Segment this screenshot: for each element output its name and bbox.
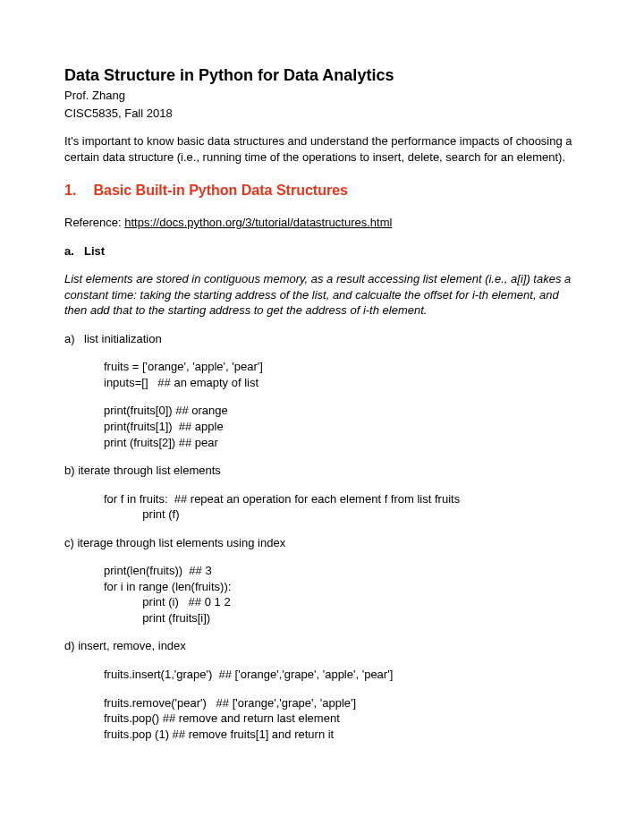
section-title: Basic Built-in Python Data Structures: [93, 183, 348, 198]
item-c-label: c) iterage through list elements using i…: [64, 535, 580, 551]
subsection-title: List: [84, 244, 105, 258]
item-a-title: list initialization: [84, 332, 162, 345]
section-heading: 1. Basic Built-in Python Data Structures: [64, 181, 580, 200]
item-a-label: a)list initialization: [64, 331, 580, 347]
document-title: Data Structure in Python for Data Analyt…: [64, 64, 580, 86]
reference-link[interactable]: https://docs.python.org/3/tutorial/datas…: [124, 216, 392, 229]
intro-paragraph: It's important to know basic data struct…: [64, 133, 580, 165]
course-line: CISC5835, Fall 2018: [64, 106, 580, 122]
item-d-label: d) insert, remove, index: [64, 638, 580, 654]
item-a-code2: print(fruits[0]) ## orange print(fruits[…: [64, 403, 580, 450]
reference-label: Reference:: [64, 216, 124, 229]
author-line: Prof. Zhang: [64, 88, 580, 104]
subsection-letter: a.: [64, 243, 84, 260]
list-description: List elements are stored in contiguous m…: [64, 271, 580, 319]
subsection-a: a.List: [64, 243, 580, 260]
item-a-code1: fruits = ['orange', 'apple', 'pear'] inp…: [64, 359, 580, 390]
reference-line: Reference: https://docs.python.org/3/tut…: [64, 215, 580, 231]
item-c-code: print(len(fruits)) ## 3 for i in range (…: [64, 563, 580, 626]
item-d-code2: fruits.remove('pear') ## ['orange','grap…: [64, 695, 580, 743]
item-b-label: b) iterate through list elements: [64, 463, 580, 479]
item-d-code1: fruits.insert(1,'grape') ## ['orange','g…: [64, 667, 580, 683]
item-a-letter: a): [64, 331, 84, 347]
item-b-code: for f in fruits: ## repeat an operation …: [64, 491, 580, 523]
section-number: 1.: [64, 181, 89, 200]
